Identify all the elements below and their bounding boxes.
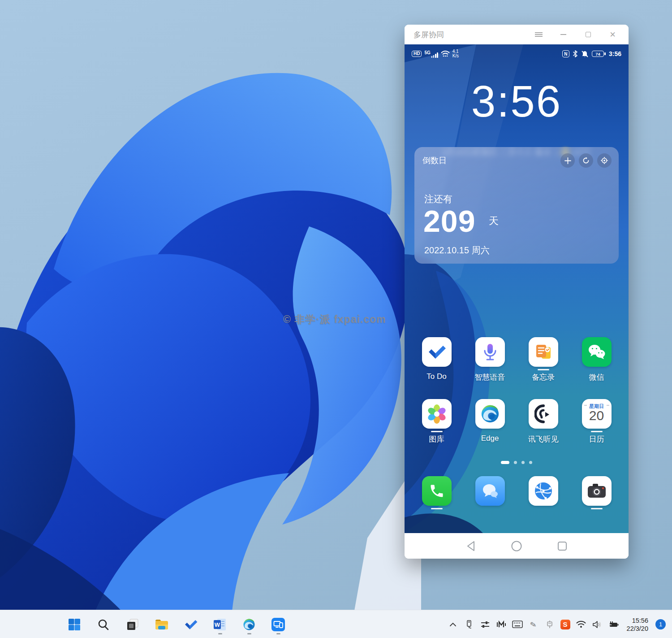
app-wechat[interactable]: 微信 — [570, 337, 623, 382]
dongle-icon — [546, 620, 554, 629]
task-view-icon — [126, 618, 139, 631]
cellular-signal-icon: 5G — [424, 50, 438, 58]
widget-add-button[interactable] — [560, 153, 575, 168]
todo-check-icon — [184, 619, 198, 630]
running-indicator — [591, 431, 603, 432]
dock — [410, 476, 623, 509]
window-menu-button[interactable] — [526, 25, 551, 44]
tray-mixer-icon[interactable] — [480, 619, 491, 630]
wifi-icon — [576, 621, 586, 628]
tray-wifi-button[interactable] — [576, 619, 586, 630]
taskbar: W — [0, 610, 672, 638]
tray-volume-button[interactable] — [592, 619, 603, 630]
sliders-icon — [481, 621, 490, 629]
pen-icon: ✎ — [530, 619, 538, 629]
tray-device-icon[interactable] — [544, 619, 555, 630]
widget-title: 倒数日 — [422, 155, 447, 166]
phone-navbar — [405, 533, 629, 559]
widget-refresh-button[interactable] — [579, 153, 593, 168]
edge-taskbar-button[interactable] — [240, 614, 258, 635]
phone-screen[interactable]: HD 5G 4.1 K/s N — [405, 44, 629, 533]
task-view-button[interactable] — [124, 614, 142, 635]
window-close-button[interactable]: ✕ — [600, 25, 625, 44]
notifications-muted-icon — [581, 50, 589, 58]
todo-icon — [422, 337, 452, 367]
countdown-widget[interactable]: 倒数日 — [414, 147, 619, 264]
gear-icon — [601, 157, 608, 164]
app-grid-row-1: To Do — [410, 337, 623, 382]
tray-m-app-icon[interactable] — [496, 619, 507, 630]
network-speed: 4.1 K/s — [452, 49, 459, 58]
phone-call-icon — [422, 476, 452, 506]
app-edge[interactable]: Edge — [463, 399, 517, 444]
maximize-icon — [586, 32, 591, 37]
nav-back-button[interactable] — [462, 537, 480, 555]
taskbar-time: 15:56 — [627, 616, 648, 625]
widget-days-unit: 天 — [489, 214, 499, 228]
app-grid-row-2: 图库 — [410, 399, 623, 444]
tray-show-hidden-button[interactable] — [448, 619, 458, 630]
page-dot — [514, 461, 517, 464]
widget-days-count: 209 — [423, 204, 475, 239]
dock-messages[interactable] — [463, 476, 517, 509]
lockscreen-clock: 3:56 — [405, 77, 629, 126]
nav-recents-button[interactable] — [553, 537, 571, 555]
microphone-icon — [475, 337, 505, 367]
running-indicator — [276, 633, 280, 634]
plus-icon — [564, 157, 571, 164]
phone-mirror-window[interactable]: 多屏协同 ✕ — [405, 25, 629, 559]
dock-phone[interactable] — [410, 476, 463, 509]
app-todo[interactable]: To Do — [410, 337, 463, 382]
nav-home-button[interactable] — [508, 537, 526, 555]
widget-settings-button[interactable] — [597, 153, 612, 168]
app-calendar[interactable]: 星期日 20 日历 — [570, 399, 623, 444]
tray-pen-icon[interactable]: ✎ — [528, 619, 539, 630]
dock-browser[interactable] — [517, 476, 570, 509]
dock-camera[interactable] — [570, 476, 623, 509]
app-iflytek-listen[interactable]: 讯飞听见 — [517, 399, 570, 444]
window-minimize-button[interactable] — [551, 25, 576, 44]
bluetooth-icon — [573, 50, 578, 57]
taskbar-clock[interactable]: 15:56 22/3/20 — [627, 616, 648, 633]
refresh-icon — [582, 157, 590, 164]
search-icon — [97, 618, 110, 631]
todo-taskbar-button[interactable] — [182, 614, 200, 635]
window-maximize-button[interactable] — [576, 25, 600, 44]
tray-usb-icon[interactable] — [464, 619, 474, 630]
usb-icon — [466, 620, 472, 629]
screen-mirror-taskbar-button[interactable] — [269, 614, 287, 635]
taskbar-date: 22/3/20 — [627, 625, 648, 633]
tray-battery-button[interactable] — [608, 619, 619, 630]
page-indicator[interactable] — [405, 461, 629, 464]
edge-icon — [475, 399, 505, 429]
word-icon: W — [213, 618, 227, 631]
window-titlebar[interactable]: 多屏协同 ✕ — [405, 25, 629, 44]
recents-square-icon — [557, 541, 568, 551]
back-triangle-icon — [465, 540, 476, 552]
chevron-up-icon — [449, 622, 457, 627]
close-icon: ✕ — [609, 31, 616, 39]
sogou-input-icon[interactable]: S — [560, 620, 570, 629]
notification-badge[interactable]: 1 — [655, 619, 666, 629]
edge-icon — [242, 618, 256, 631]
wifi-icon — [441, 50, 450, 57]
camera-icon — [582, 476, 612, 506]
file-explorer-button[interactable] — [153, 614, 171, 635]
start-button[interactable] — [65, 614, 83, 635]
word-taskbar-button[interactable]: W — [211, 614, 229, 635]
widget-target-date: 2022.10.15 周六 — [424, 244, 490, 256]
desktop: © 非学·派 fxpai.com 多屏协同 ✕ — [0, 0, 672, 638]
keyboard-icon — [512, 621, 523, 628]
tray-touch-keyboard-icon[interactable] — [512, 619, 523, 630]
hamburger-icon — [535, 31, 543, 38]
watermark-text: © 非学·派 fxpai.com — [283, 312, 386, 326]
app-notes[interactable]: 备忘录 — [517, 337, 570, 382]
svg-text:W: W — [215, 621, 220, 628]
app-voice-assistant[interactable]: 智慧语音 — [463, 337, 517, 382]
multi-screen-icon — [271, 617, 285, 632]
statusbar-time: 3:56 — [609, 50, 621, 57]
search-button[interactable] — [95, 614, 112, 635]
page-dot — [521, 461, 525, 464]
m-letter-icon — [496, 621, 506, 629]
app-gallery[interactable]: 图库 — [410, 399, 463, 444]
